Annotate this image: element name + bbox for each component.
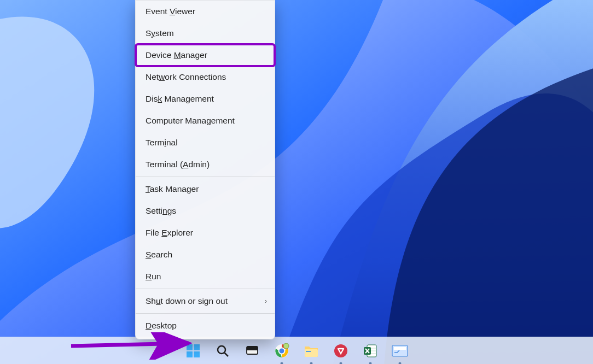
menu-item-label: Network Connections: [146, 72, 226, 82]
menu-item-terminal-admin[interactable]: Terminal (Admin): [136, 154, 275, 175]
menu-separator: [136, 177, 275, 177]
menu-item-disk-management[interactable]: Disk Management: [136, 88, 275, 110]
menu-item-label: Terminal: [146, 138, 178, 148]
menu-item-label: Device Manager: [146, 50, 207, 60]
annotation-arrow: [66, 332, 202, 360]
menu-item-shutdown-signout[interactable]: Shut down or sign out›: [136, 290, 275, 312]
menu-item-search[interactable]: Search: [136, 244, 275, 266]
svg-point-12: [283, 343, 289, 349]
menu-item-label: Search: [146, 250, 172, 260]
menu-item-label: Desktop: [146, 321, 177, 331]
menu-item-label: Event Viewer: [146, 7, 195, 16]
menu-item-event-viewer[interactable]: Event Viewer: [136, 1, 275, 22]
menu-item-settings[interactable]: Settings: [136, 200, 275, 222]
menu-item-label: Disk Management: [146, 94, 214, 104]
menu-item-label: Terminal (Admin): [146, 160, 210, 169]
chrome-icon[interactable]: [272, 342, 291, 360]
winx-context-menu[interactable]: Event ViewerSystemDevice ManagerNetwork …: [135, 0, 275, 339]
menu-item-task-manager[interactable]: Task Manager: [136, 178, 275, 200]
chevron-right-icon: ›: [265, 297, 267, 305]
menu-item-run[interactable]: Run: [136, 266, 275, 287]
file-explorer-icon[interactable]: [302, 342, 321, 360]
menu-item-network-connections[interactable]: Network Connections: [136, 66, 275, 88]
app-red-icon[interactable]: [332, 342, 350, 360]
excel-icon[interactable]: [361, 342, 380, 360]
menu-item-label: File Explorer: [146, 228, 193, 238]
svg-line-6: [225, 353, 229, 356]
search-icon[interactable]: [213, 342, 232, 360]
svg-rect-14: [306, 351, 311, 352]
svg-rect-13: [305, 349, 318, 357]
menu-item-label: Run: [146, 272, 161, 281]
menu-separator: [136, 289, 275, 289]
menu-item-label: Settings: [146, 206, 176, 216]
svg-line-23: [71, 343, 189, 346]
menu-item-terminal[interactable]: Terminal: [136, 132, 275, 154]
svg-rect-22: [394, 347, 406, 350]
menu-separator: [136, 313, 275, 314]
svg-point-15: [334, 344, 347, 357]
menu-item-file-explorer[interactable]: File Explorer: [136, 222, 275, 244]
menu-item-label: Computer Management: [146, 116, 235, 126]
menu-item-computer-management[interactable]: Computer Management: [136, 110, 275, 132]
task-view-icon[interactable]: [243, 342, 261, 360]
menu-item-label: Task Manager: [146, 184, 199, 194]
menu-item-device-manager[interactable]: Device Manager: [136, 44, 275, 66]
run-icon[interactable]: [391, 342, 409, 360]
svg-rect-8: [247, 347, 258, 350]
menu-item-label: Shut down or sign out: [146, 296, 228, 306]
desktop-wallpaper: [0, 0, 593, 364]
menu-item-label: System: [146, 28, 174, 38]
svg-point-5: [218, 346, 225, 354]
menu-item-system[interactable]: System: [136, 22, 275, 44]
